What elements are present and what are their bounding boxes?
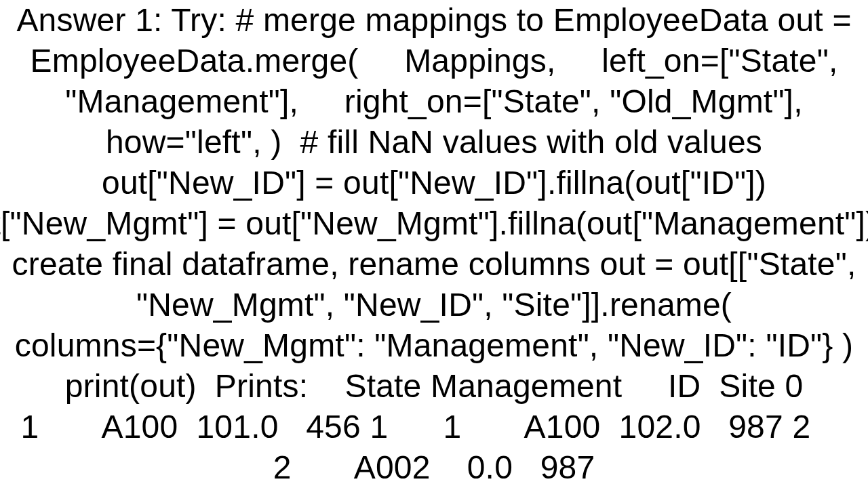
text-line: 2 A002 0.0 987 — [0, 447, 868, 488]
answer-text-block: Answer 1: Try: # merge mappings to Emplo… — [0, 0, 868, 488]
text-line: out["New_Mgmt"] = out["New_Mgmt"].fillna… — [0, 203, 868, 244]
text-line: print(out) Prints: State Management ID S… — [0, 366, 868, 407]
text-line: how="left", ) # fill NaN values with old… — [0, 122, 868, 163]
text-line: create final dataframe, rename columns o… — [0, 244, 868, 285]
text-line: columns={"New_Mgmt": "Management", "New_… — [0, 325, 868, 366]
text-line: "New_Mgmt", "New_ID", "Site"]].rename( — [0, 285, 868, 325]
text-line: Answer 1: Try: # merge mappings to Emplo… — [0, 0, 868, 41]
text-line: out["New_ID"] = out["New_ID"].fillna(out… — [0, 163, 868, 203]
text-line: "Management"], right_on=["State", "Old_M… — [0, 81, 868, 122]
text-line: EmployeeData.merge( Mappings, left_on=["… — [0, 41, 868, 81]
text-line: 1 A100 101.0 456 1 1 A100 102.0 987 2 — [0, 407, 868, 447]
answer-body: Answer 1: Try: # merge mappings to Emplo… — [0, 0, 868, 488]
